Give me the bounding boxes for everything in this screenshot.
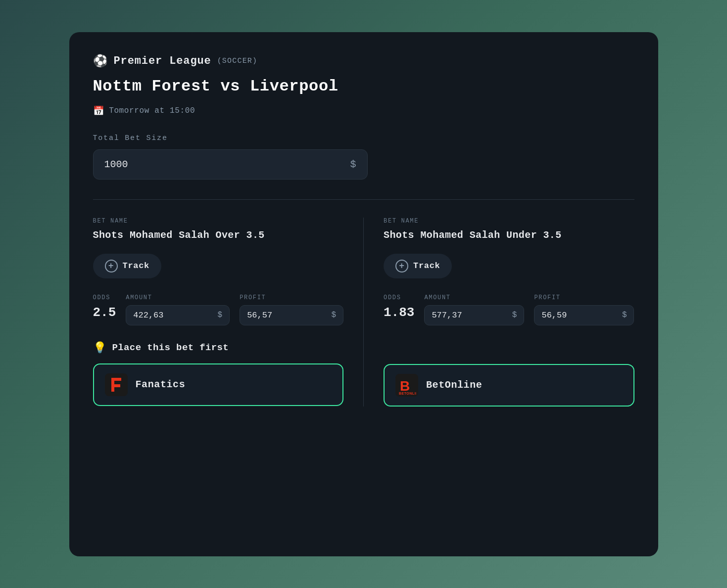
amount-right-dollar: $ [512,311,517,319]
main-card: ⚽ Premier League (SOCCER) Nottm Forest v… [69,32,658,556]
betonline-bookmaker-card[interactable]: B BETONLINE BetOnline [384,364,634,407]
amount-left-input[interactable] [133,311,204,320]
amount-left-label: AMOUNT [126,294,230,301]
amount-right-input[interactable] [432,311,500,320]
bet-right-column: BET NAME Shots Mohamed Salah Under 3.5 +… [363,218,634,407]
bets-row: BET NAME Shots Mohamed Salah Over 3.5 + … [93,199,634,407]
dollar-sign-total: $ [350,159,356,170]
profit-right-col: PROFIT $ [534,294,634,325]
profit-left-col: PROFIT $ [240,294,343,325]
profit-left-input[interactable] [247,311,318,320]
soccer-ball-icon: ⚽ [93,54,108,68]
track-right-button[interactable]: + Track [384,254,452,278]
profit-right-label: PROFIT [534,294,634,301]
match-title: Nottm Forest vs Liverpool [93,77,634,95]
betonline-logo: B BETONLINE [395,374,418,397]
amount-left-input-wrap: $ [126,305,230,325]
bet-right-odds-row: ODDS 1.83 AMOUNT $ PROFIT $ [384,294,634,325]
amount-right-input-wrap: $ [424,305,524,325]
profit-left-dollar: $ [331,311,336,319]
amount-left-dollar: $ [218,311,223,319]
profit-right-input-wrap: $ [534,305,634,325]
odds-left-col: ODDS 2.5 [93,294,116,320]
odds-right-label: ODDS [384,294,414,301]
place-first-text: Place this bet first [112,342,229,353]
amount-right-col: AMOUNT $ [424,294,524,325]
profit-right-dollar: $ [622,311,627,319]
profit-left-label: PROFIT [240,294,343,301]
odds-left-label: ODDS [93,294,116,301]
fanatics-logo [105,373,128,396]
bet-left-name: Shots Mohamed Salah Over 3.5 [93,229,344,241]
league-title: Premier League [114,55,211,67]
bet-size-input-wrap: $ [93,149,368,180]
odds-left-value: 2.5 [93,305,116,320]
bulb-icon: 💡 [93,341,106,355]
bet-right-name: Shots Mohamed Salah Under 3.5 [384,229,634,241]
league-sport: (SOCCER) [217,57,258,65]
track-left-label: Track [123,261,149,271]
fanatics-bookmaker-name: Fanatics [136,379,186,390]
odds-right-col: ODDS 1.83 [384,294,414,320]
plus-circle-left-icon: + [105,260,118,272]
match-date: Tomorrow at 15:00 [109,106,195,115]
bet-left-odds-row: ODDS 2.5 AMOUNT $ PROFIT $ [93,294,344,325]
track-left-button[interactable]: + Track [93,254,161,278]
odds-right-value: 1.83 [384,305,414,320]
plus-circle-right-icon: + [395,260,408,272]
league-row: ⚽ Premier League (SOCCER) [93,54,634,68]
calendar-icon: 📅 [93,105,104,116]
bet-left-label: BET NAME [93,218,344,225]
profit-right-input[interactable] [541,311,610,320]
bet-left-column: BET NAME Shots Mohamed Salah Over 3.5 + … [93,218,364,407]
amount-left-col: AMOUNT $ [126,294,230,325]
total-bet-label: Total Bet Size [93,134,634,142]
profit-left-input-wrap: $ [240,305,343,325]
svg-text:BETONLINE: BETONLINE [399,392,416,395]
place-first-row: 💡 Place this bet first [93,341,344,355]
amount-right-label: AMOUNT [424,294,524,301]
betonline-bookmaker-name: BetOnline [426,379,482,391]
fanatics-bookmaker-card[interactable]: Fanatics [93,363,344,406]
bet-right-label: BET NAME [384,218,634,225]
bet-size-input[interactable] [104,159,331,170]
track-right-label: Track [413,261,440,271]
date-row: 📅 Tomorrow at 15:00 [93,105,634,116]
